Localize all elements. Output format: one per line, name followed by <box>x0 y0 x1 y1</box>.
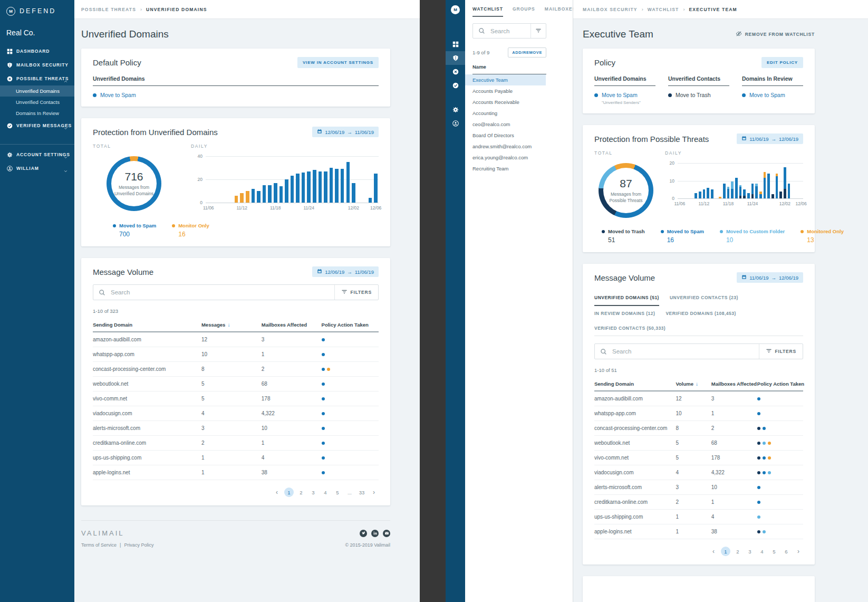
breadcrumb-item[interactable]: MAILBOX SECURITY <box>583 7 638 12</box>
date-range-badge[interactable]: 11/06/19 → 12/06/19 <box>737 133 803 144</box>
sidebar-item-possible-threats[interactable]: POSSIBLE THREATS <box>0 72 74 85</box>
rail-grid-icon[interactable] <box>446 37 465 51</box>
tab-groups[interactable]: GROUPS <box>513 6 535 17</box>
table-row[interactable]: whatspp-app.com101 <box>93 347 379 362</box>
table-row[interactable]: alerts-microsoft.com310 <box>594 480 803 495</box>
tab-verified-domains--108,453-[interactable]: VERIFIED DOMAINS (108,453) <box>666 306 736 321</box>
table-row[interactable]: creditkarna-online.com21 <box>594 495 803 510</box>
policy-action-link[interactable]: Move to Spam <box>100 92 136 98</box>
pagination-page-2[interactable]: 2 <box>296 488 306 497</box>
watchlist-item[interactable]: erica.young@realco.com <box>465 152 546 163</box>
search-input[interactable] <box>611 348 759 355</box>
rail-x-circle-icon[interactable] <box>446 65 465 79</box>
sidebar-item-account-settings[interactable]: ACCOUNT SETTINGS <box>0 148 74 161</box>
watchlist-filter-button[interactable] <box>531 24 546 38</box>
watchlist-item[interactable]: Accounting <box>465 108 546 119</box>
table-row[interactable]: weboutlook.net568 <box>594 436 803 451</box>
tab-verified-contacts--50,333-[interactable]: VERIFIED CONTACTS (50,333) <box>594 321 666 336</box>
watchlist-item[interactable]: ceo@realco.com <box>465 119 546 130</box>
view-in-account-settings-button[interactable]: VIEW IN ACCOUNT SETTINGS <box>297 57 379 68</box>
pagination-page-5[interactable]: 5 <box>333 488 342 497</box>
pagination-page-1[interactable]: 1 <box>721 547 730 556</box>
table-row[interactable]: ups-us-shipping.com14 <box>93 451 379 465</box>
table-row[interactable]: apple-logins.net138 <box>93 465 379 480</box>
table-row[interactable]: concast-processing-center.com82 <box>594 421 803 436</box>
watchlist-item[interactable]: Executive Team <box>465 74 546 85</box>
pagination-prev[interactable]: ‹ <box>272 488 282 497</box>
column-header-mailboxes-affected[interactable]: Mailboxes Affected <box>711 377 757 391</box>
rail-check-circle-icon[interactable] <box>446 79 465 92</box>
pagination-next[interactable]: › <box>794 547 803 556</box>
privacy-link[interactable]: Privacy Policy <box>124 542 153 548</box>
email-icon[interactable] <box>383 530 390 537</box>
pagination-page-33[interactable]: 33 <box>357 488 367 497</box>
table-row[interactable]: amazon-audibill.com123 <box>93 332 379 347</box>
table-row[interactable]: vivo-comm.net5178 <box>594 451 803 465</box>
tab-watchlist[interactable]: WATCHLIST <box>472 6 503 17</box>
linkedin-icon[interactable] <box>371 530 379 537</box>
tab-in-review-domains--12-[interactable]: IN REVIEW DOMAINS (12) <box>594 306 655 321</box>
pagination-page-4[interactable]: 4 <box>757 547 767 556</box>
table-row[interactable]: concast-processing-center.com82 <box>93 362 379 377</box>
pagination-page-6[interactable]: 6 <box>782 547 791 556</box>
date-range-badge[interactable]: 12/06/19 → 11/06/19 <box>312 127 379 137</box>
filters-button[interactable]: FILTERS <box>759 344 803 359</box>
breadcrumb-item[interactable]: WATCHLIST <box>648 7 679 12</box>
pagination-page-3[interactable]: 3 <box>745 547 755 556</box>
sidebar-subitem-unverified-contacts[interactable]: Unverified Contacts <box>0 97 74 108</box>
column-header-policy-action-taken[interactable]: Policy Action Taken <box>322 318 379 332</box>
policy-action-link[interactable]: Move to Trash <box>676 92 711 98</box>
table-row[interactable]: viadocusign.com44,322 <box>93 406 379 421</box>
table-row[interactable]: ups-us-shipping.com14 <box>594 510 803 524</box>
table-row[interactable]: creditkarna-online.com21 <box>93 436 379 451</box>
tab-unverified-domains--51-[interactable]: UNVERIFIED DOMAINS (51) <box>594 290 659 306</box>
sidebar-item-william[interactable]: WILLIAM <box>0 161 74 175</box>
sidebar-item-verified-messages[interactable]: VERIFIED MESSAGES <box>0 119 74 132</box>
pagination-prev[interactable]: ‹ <box>709 547 718 556</box>
pagination-page-3[interactable]: 3 <box>308 488 318 497</box>
column-header-sending-domain[interactable]: Sending Domain <box>594 377 676 391</box>
add-remove-button[interactable]: ADD/REMOVE <box>508 47 546 58</box>
pagination-page-...[interactable]: ... <box>345 488 354 497</box>
table-row[interactable]: vivo-comm.net5178 <box>93 391 379 406</box>
search-input[interactable] <box>110 289 334 296</box>
pagination-next[interactable]: › <box>369 488 379 497</box>
date-range-badge[interactable]: 11/06/19 → 12/06/19 <box>737 272 803 283</box>
table-row[interactable]: amazon-audibill.com123 <box>594 391 803 406</box>
watchlist-item[interactable]: Accounts Payable <box>465 85 546 97</box>
remove-from-watchlist-button[interactable]: REMOVE FROM WATCHLIST <box>736 31 815 38</box>
breadcrumb-item[interactable]: EXECUTIVE TEAM <box>689 7 737 12</box>
table-row[interactable]: viadocusign.com44,322 <box>594 465 803 480</box>
watchlist-item[interactable]: andrew.smith@realco.com <box>465 141 546 152</box>
tab-unverified-contacts--23-[interactable]: UNVERIFIED CONTACTS (23) <box>670 290 738 306</box>
table-row[interactable]: whatspp-app.com101 <box>594 406 803 421</box>
rail-person-icon[interactable] <box>446 117 465 130</box>
pagination-page-2[interactable]: 2 <box>733 547 742 556</box>
watchlist-item[interactable]: Accounts Receivable <box>465 97 546 108</box>
edit-policy-button[interactable]: EDIT POLICY <box>761 57 803 68</box>
policy-action-link[interactable]: Move to Spam <box>602 92 638 98</box>
sidebar-item-dashboard[interactable]: DASHBOARD <box>0 44 74 58</box>
sidebar-subitem-domains-in-review[interactable]: Domains In Review <box>0 108 74 119</box>
column-header-sending-domain[interactable]: Sending Domain <box>93 318 201 332</box>
column-header-mailboxes-affected[interactable]: Mailboxes Affected <box>262 318 322 332</box>
breadcrumb-item[interactable]: POSSIBLE THREATS <box>81 7 136 12</box>
pagination-page-1[interactable]: 1 <box>284 488 294 497</box>
table-row[interactable]: alerts-microsoft.com310 <box>93 421 379 436</box>
sidebar-subitem-unverified-domains[interactable]: Unverified Domains <box>0 85 74 97</box>
sidebar-item-mailbox-security[interactable]: MAILBOX SECURITY <box>0 58 74 72</box>
filters-button[interactable]: FILTERS <box>334 285 378 300</box>
watchlist-search-input[interactable] <box>489 27 531 35</box>
column-header-policy-action-taken[interactable]: Policy Action Taken <box>757 377 803 391</box>
watchlist-item[interactable]: Board Of Directors <box>465 130 546 141</box>
tab-mailboxes[interactable]: MAILBOXES <box>545 6 576 17</box>
rail-shield-icon[interactable] <box>446 51 465 65</box>
breadcrumb-item[interactable]: UNVERIFIED DOMAINS <box>146 7 207 12</box>
policy-action-link[interactable]: Move to Spam <box>749 92 785 98</box>
column-header-volume[interactable]: Volume↓ <box>676 377 711 391</box>
pagination-page-4[interactable]: 4 <box>321 488 330 497</box>
pagination-page-5[interactable]: 5 <box>769 547 779 556</box>
watchlist-item[interactable]: Recruiting Team <box>465 163 546 174</box>
terms-link[interactable]: Terms of Service <box>81 542 117 548</box>
twitter-icon[interactable] <box>360 530 367 537</box>
